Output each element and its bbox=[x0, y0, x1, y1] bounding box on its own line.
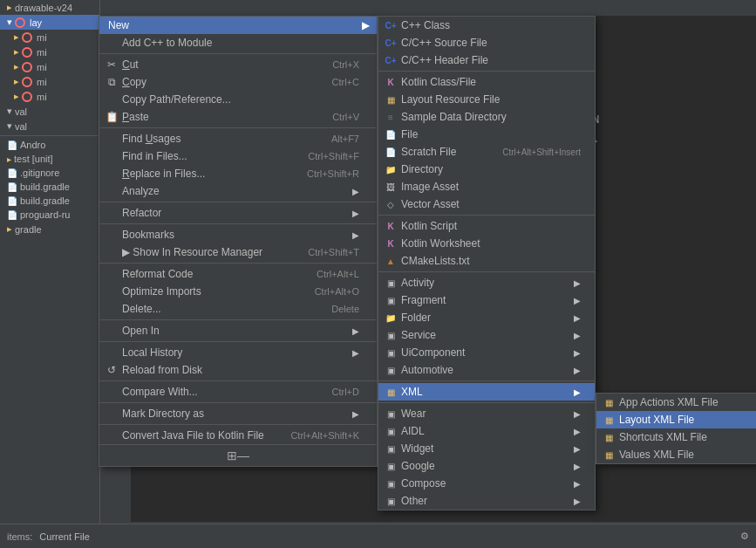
other-icon: ▣ bbox=[384, 497, 398, 506]
fragment-item[interactable]: ▣ Fragment ▶ bbox=[378, 291, 595, 309]
sample-data-item[interactable]: ≡ Sample Data Directory bbox=[378, 108, 595, 126]
xml-icon: ▦ bbox=[602, 415, 616, 425]
sidebar-item-mi4[interactable]: ▸ mi bbox=[0, 74, 99, 89]
sidebar-item-test[interactable]: ▸ test [unit] bbox=[0, 152, 99, 166]
arrow-icon: ▶ bbox=[352, 409, 359, 419]
sidebar-item-proguard[interactable]: 📄 proguard-ru bbox=[0, 208, 99, 222]
sidebar-item-build2[interactable]: 📄 build.gradle bbox=[0, 194, 99, 208]
aidl-item[interactable]: ▣ AIDL ▶ bbox=[378, 422, 595, 440]
find-in-files-item[interactable]: Find in Files... Ctrl+Shift+F bbox=[99, 147, 377, 165]
scratch-file-item[interactable]: 📄 Scratch File Ctrl+Alt+Shift+Insert bbox=[378, 143, 595, 161]
cmake-item[interactable]: ▲ CMakeLists.txt bbox=[378, 252, 595, 270]
icon bbox=[22, 92, 32, 102]
app-actions-xml-item[interactable]: ▦ App Actions XML File bbox=[596, 394, 756, 411]
reformat-code-item[interactable]: Reformat Code Ctrl+Alt+L bbox=[99, 265, 377, 283]
separator bbox=[99, 341, 377, 342]
separator bbox=[99, 263, 377, 264]
convert-java-kotlin-item[interactable]: Convert Java File to Kotlin File Ctrl+Al… bbox=[99, 427, 377, 444]
replace-in-files-item[interactable]: Replace in Files... Ctrl+Shift+R bbox=[99, 165, 377, 182]
kotlin-class-item[interactable]: K Kotlin Class/File bbox=[378, 73, 595, 91]
bottom-current-file[interactable]: Current File bbox=[39, 531, 89, 542]
layout-xml-file-item[interactable]: ▦ Layout XML File bbox=[596, 411, 756, 428]
sidebar-item-drawable[interactable]: ▸ drawable-v24 bbox=[0, 0, 99, 15]
analyze-item[interactable]: Analyze ▶ bbox=[99, 182, 377, 200]
folder-item[interactable]: 📁 Folder ▶ bbox=[378, 309, 595, 326]
sidebar-item-mi5[interactable]: ▸ mi bbox=[0, 89, 99, 104]
layout-resource-item[interactable]: ▦ Layout Resource File bbox=[378, 91, 595, 108]
sidebar-item-build1[interactable]: 📄 build.gradle bbox=[0, 180, 99, 194]
separator bbox=[378, 215, 595, 216]
activity-icon: ▣ bbox=[384, 278, 398, 288]
folder-icon: ▸ bbox=[7, 2, 12, 13]
sidebar-item-andro[interactable]: 📄 Andro bbox=[0, 138, 99, 152]
bookmarks-item[interactable]: Bookmarks ▶ bbox=[99, 226, 377, 243]
kotlin-script-item[interactable]: K Kotlin Script bbox=[378, 217, 595, 235]
separator bbox=[99, 127, 377, 128]
vector-asset-item[interactable]: ◇ Vector Asset bbox=[378, 195, 595, 213]
new-menu-header[interactable]: New ▶ bbox=[99, 17, 377, 34]
show-in-resource-manager-item[interactable]: ▶ Show In Resource Manager Ctrl+Shift+T bbox=[99, 243, 377, 261]
bottom-items-label: items: bbox=[7, 531, 32, 542]
image-asset-item[interactable]: 🖼 Image Asset bbox=[378, 178, 595, 195]
cpp-icon: C+ bbox=[384, 56, 398, 65]
cpp-header-item[interactable]: C+ C/C++ Header File bbox=[378, 51, 595, 69]
cpp-source-item[interactable]: C+ C/C++ Source File bbox=[378, 34, 595, 51]
reload-from-disk-item[interactable]: ↺ Reload from Disk bbox=[99, 361, 377, 379]
activity-item[interactable]: ▣ Activity ▶ bbox=[378, 274, 595, 291]
sidebar-item-lay[interactable]: ▾ lay bbox=[0, 15, 99, 30]
compose-item[interactable]: ▣ Compose ▶ bbox=[378, 475, 595, 492]
cmake-icon: ▲ bbox=[384, 257, 398, 266]
other-item[interactable]: ▣ Other ▶ bbox=[378, 492, 595, 510]
local-history-item[interactable]: Local History ▶ bbox=[99, 344, 377, 361]
xml-item[interactable]: ▦ XML ▶ bbox=[378, 383, 595, 401]
arrow-icon: ▶ bbox=[352, 209, 359, 218]
shortcuts-xml-item[interactable]: ▦ Shortcuts XML File bbox=[596, 428, 756, 446]
sidebar-item-gradle[interactable]: ▸ gradle bbox=[0, 222, 99, 236]
widget-icon: ▣ bbox=[384, 444, 398, 454]
uicomponent-item[interactable]: ▣ UiComponent ▶ bbox=[378, 344, 595, 361]
arrow-icon: ▶ bbox=[574, 427, 581, 436]
wear-item[interactable]: ▣ Wear ▶ bbox=[378, 405, 595, 422]
compare-with-item[interactable]: Compare With... Ctrl+D bbox=[99, 383, 377, 401]
aidl-icon: ▣ bbox=[384, 427, 398, 436]
sidebar-separator bbox=[0, 135, 99, 136]
kotlin-worksheet-item[interactable]: K Kotlin Worksheet bbox=[378, 235, 595, 252]
sidebar-item-gitignore[interactable]: 📄 .gitignore bbox=[0, 166, 99, 180]
folder-icon: ▾ bbox=[7, 17, 12, 28]
new-submenu: C+ C++ Class C+ C/C++ Source File C+ C/C… bbox=[378, 16, 596, 510]
file-item[interactable]: 📄 File bbox=[378, 126, 595, 143]
service-item[interactable]: ▣ Service ▶ bbox=[378, 326, 595, 344]
reload-icon: ↺ bbox=[105, 364, 119, 376]
refactor-item[interactable]: Refactor ▶ bbox=[99, 204, 377, 222]
google-item[interactable]: ▣ Google ▶ bbox=[378, 457, 595, 475]
uicomp-icon: ▣ bbox=[384, 348, 398, 358]
sidebar-item-mi3[interactable]: ▸ mi bbox=[0, 59, 99, 74]
folder-icon: ▸ bbox=[14, 61, 19, 72]
sidebar-item-val2[interactable]: ▾ val bbox=[0, 119, 99, 134]
widget-item[interactable]: ▣ Widget ▶ bbox=[378, 440, 595, 457]
copy-path-item[interactable]: Copy Path/Reference... bbox=[99, 91, 377, 108]
add-cpp-module-item[interactable]: Add C++ to Module bbox=[99, 34, 377, 51]
sidebar-item-mi1[interactable]: ▸ mi bbox=[0, 30, 99, 45]
values-xml-item[interactable]: ▦ Values XML File bbox=[596, 446, 756, 463]
cut-item[interactable]: ✂ Cut Ctrl+X bbox=[99, 56, 377, 73]
optimize-imports-item[interactable]: Optimize Imports Ctrl+Alt+O bbox=[99, 283, 377, 300]
icon bbox=[22, 47, 32, 58]
copy-item[interactable]: ⧉ Copy Ctrl+C bbox=[99, 73, 377, 91]
paste-item[interactable]: 📋 Paste Ctrl+V bbox=[99, 108, 377, 126]
layout-icon: ▦ bbox=[384, 95, 398, 105]
cpp-class-item[interactable]: C+ C++ Class bbox=[378, 17, 595, 34]
arrow-icon: ▶ bbox=[574, 462, 581, 471]
automotive-item[interactable]: ▣ Automotive ▶ bbox=[378, 361, 595, 379]
separator bbox=[99, 402, 377, 403]
gear-icon[interactable]: ⚙ bbox=[740, 531, 749, 542]
find-usages-item[interactable]: Find Usages Alt+F7 bbox=[99, 130, 377, 147]
delete-item[interactable]: Delete... Delete bbox=[99, 300, 377, 318]
sidebar-item-val1[interactable]: ▾ val bbox=[0, 104, 99, 119]
sidebar-item-mi2[interactable]: ▸ mi bbox=[0, 45, 99, 59]
open-in-item[interactable]: Open In ▶ bbox=[99, 322, 377, 339]
directory-item[interactable]: 📁 Directory bbox=[378, 161, 595, 178]
mark-directory-item[interactable]: Mark Directory as ▶ bbox=[99, 405, 377, 422]
kotlin-icon: K bbox=[384, 222, 398, 231]
separator bbox=[99, 424, 377, 425]
